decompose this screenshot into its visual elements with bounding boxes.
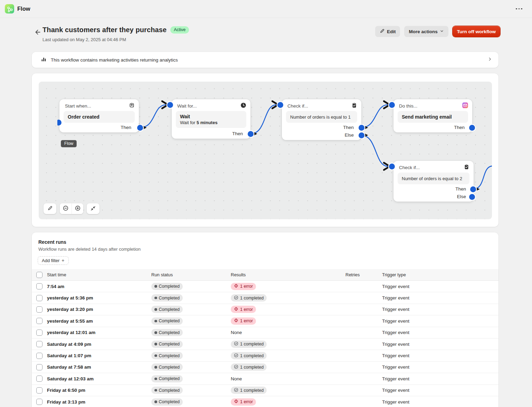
- status-dot-icon: [154, 320, 157, 323]
- workflow-canvas[interactable]: Start when... Order created Then Wait fo…: [39, 82, 492, 219]
- run-row[interactable]: yesterday at 12:01 amCompletedNoneTrigge…: [32, 327, 498, 339]
- more-menu-icon[interactable]: [514, 6, 524, 12]
- port-check1-then[interactable]: [359, 125, 364, 131]
- row-checkbox[interactable]: [36, 295, 42, 301]
- zoom-out-button[interactable]: [60, 203, 72, 214]
- run-status-badge: Completed: [151, 375, 183, 382]
- run-row[interactable]: Friday at 6:50 pmCompleted1 completedTri…: [32, 385, 498, 396]
- error-diamond-icon: [234, 307, 238, 312]
- status-badge: Active: [170, 26, 189, 33]
- run-row[interactable]: Saturday at 7:58 amCompleted1 completedT…: [32, 362, 498, 373]
- recent-runs-card: Recent runs Workflow runs are deleted 14…: [32, 232, 498, 407]
- edit-button[interactable]: Edit: [375, 26, 400, 37]
- run-results-error-badge[interactable]: 1 error: [231, 317, 256, 325]
- run-row[interactable]: Saturday at 12:03 amCompletedNoneTrigger…: [32, 373, 498, 385]
- more-actions-button[interactable]: More actions: [404, 26, 448, 37]
- turn-off-workflow-button[interactable]: Turn off workflow: [453, 26, 500, 37]
- run-results-none: None: [231, 330, 345, 335]
- run-start-time: Friday at 6:50 pm: [47, 388, 151, 393]
- port-wait-then[interactable]: [248, 131, 254, 137]
- top-bar: Flow: [0, 0, 532, 18]
- run-start-time: yesterday at 12:01 am: [47, 330, 151, 335]
- error-diamond-icon: [234, 318, 238, 324]
- node-wait[interactable]: Wait for... Wait Wait for 5 minutes Then: [172, 99, 250, 139]
- row-checkbox[interactable]: [36, 364, 42, 370]
- run-status-badge: Completed: [151, 317, 183, 325]
- run-trigger-type: Trigger event: [382, 388, 498, 393]
- run-start-time: Friday at 3:13 pm: [47, 399, 151, 405]
- row-checkbox[interactable]: [36, 306, 42, 313]
- import-icon: [129, 102, 135, 110]
- row-checkbox[interactable]: [36, 376, 42, 382]
- run-results-error-badge[interactable]: 1 error: [231, 398, 256, 406]
- run-row[interactable]: Saturday at 4:09 pmCompleted1 completedT…: [32, 339, 498, 350]
- bar-chart-icon: [41, 56, 47, 64]
- row-checkbox[interactable]: [36, 283, 42, 289]
- table-body: 7:54 amCompleted1 errorTrigger eventyest…: [32, 281, 498, 407]
- add-filter-button[interactable]: Add filter+: [38, 256, 69, 265]
- row-checkbox[interactable]: [36, 353, 42, 359]
- run-status-badge: Completed: [151, 363, 183, 371]
- run-results-error-badge[interactable]: 1 error: [231, 306, 256, 313]
- run-row[interactable]: yesterday at 5:36 pmCompleted1 completed…: [32, 292, 498, 304]
- run-trigger-type: Trigger event: [382, 399, 498, 405]
- row-checkbox[interactable]: [36, 330, 42, 336]
- run-row[interactable]: yesterday at 5:55 amCompleted1 errorTrig…: [32, 315, 498, 327]
- flow-app-icon: [5, 4, 14, 13]
- run-row[interactable]: 7:54 amCompleted1 errorTrigger event: [32, 281, 498, 292]
- run-results-completed-badge[interactable]: 1 completed: [231, 352, 267, 359]
- run-row[interactable]: Friday at 3:13 pmCompleted1 errorTrigger…: [32, 396, 498, 407]
- port-check2-then[interactable]: [470, 186, 476, 192]
- run-row[interactable]: yesterday at 3:20 pmCompleted1 errorTrig…: [32, 304, 498, 315]
- row-checkbox[interactable]: [36, 341, 42, 347]
- port-trigger-then[interactable]: [137, 125, 143, 131]
- recent-runs-title: Recent runs: [38, 239, 492, 245]
- row-checkbox[interactable]: [36, 318, 42, 324]
- check-circle-icon: [234, 353, 238, 359]
- trigger-input-nub: [57, 120, 61, 126]
- port-email-input[interactable]: [389, 102, 395, 108]
- node-check-orders-equal-2[interactable]: Check if... Number of orders is equal to…: [393, 161, 474, 202]
- error-diamond-icon: [234, 399, 238, 405]
- chevron-right-icon: [487, 57, 492, 63]
- run-row[interactable]: Saturday at 1:07 pmCompleted1 completedT…: [32, 350, 498, 361]
- port-check2-input[interactable]: [389, 164, 395, 169]
- check-circle-icon: [234, 364, 238, 370]
- node-check-orders-equal-1[interactable]: Check if... Number of orders is equal to…: [282, 99, 361, 140]
- run-results-completed-badge[interactable]: 1 completed: [231, 387, 267, 394]
- run-status-badge: Completed: [151, 294, 183, 302]
- run-results-completed-badge[interactable]: 1 completed: [231, 363, 267, 371]
- status-dot-icon: [154, 285, 157, 288]
- port-email-then[interactable]: [469, 125, 475, 131]
- run-results-completed-badge[interactable]: 1 completed: [231, 341, 267, 348]
- node-trigger-order-created[interactable]: Start when... Order created Then: [59, 99, 139, 132]
- then-label: Then: [454, 125, 465, 130]
- port-wait-input[interactable]: [167, 102, 173, 108]
- analytics-banner[interactable]: This workflow contains marketing activit…: [32, 52, 498, 68]
- row-checkbox[interactable]: [36, 387, 42, 394]
- zoom-in-button[interactable]: [72, 203, 83, 214]
- checklist-icon: [351, 102, 358, 110]
- then-label: Then: [121, 125, 131, 130]
- port-check1-input[interactable]: [277, 102, 283, 108]
- pencil-icon: [47, 205, 53, 212]
- flow-app-screen: Flow Thank customers after they purchase…: [0, 0, 532, 407]
- run-results-error-badge[interactable]: 1 error: [231, 283, 256, 290]
- node-send-marketing-email[interactable]: Do this...: [393, 99, 472, 132]
- then-label: Then: [343, 125, 354, 130]
- col-run-status: Run status: [151, 272, 231, 277]
- port-check1-else[interactable]: [359, 132, 364, 138]
- run-start-time: Saturday at 1:07 pm: [47, 353, 151, 358]
- select-all-checkbox[interactable]: [36, 272, 42, 278]
- pencil-icon: [380, 28, 385, 35]
- fit-to-view-button[interactable]: [87, 203, 99, 214]
- run-status-badge: Completed: [151, 398, 183, 406]
- back-arrow-icon[interactable]: [34, 28, 41, 36]
- check-circle-icon: [234, 388, 238, 393]
- row-checkbox[interactable]: [36, 399, 42, 405]
- run-results-completed-badge[interactable]: 1 completed: [231, 294, 267, 302]
- canvas-edit-button[interactable]: [44, 203, 56, 214]
- port-check2-else[interactable]: [469, 194, 475, 200]
- run-status-badge: Completed: [151, 306, 183, 313]
- else-label: Else: [457, 194, 466, 199]
